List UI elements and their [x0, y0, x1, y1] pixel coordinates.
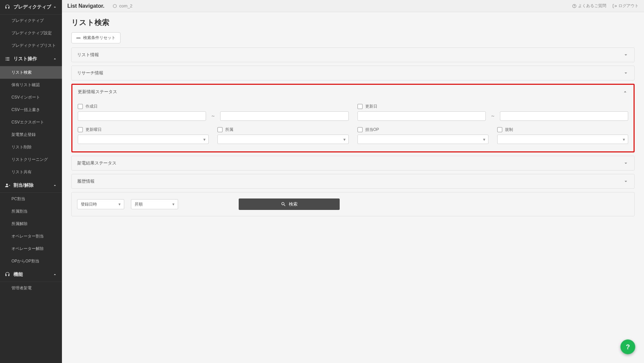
checkbox-updated-date[interactable] [358, 104, 363, 109]
minus-icon [76, 38, 80, 38]
project-selector[interactable]: com_2 [112, 3, 132, 8]
label-assigned-op: 担当OP [365, 127, 379, 133]
chevron-down-icon [623, 70, 629, 76]
input-updated-date-to[interactable] [500, 111, 628, 121]
nav-section-assign[interactable]: 割当/解除 [0, 178, 62, 193]
accordion-list-info: リスト情報 [71, 47, 635, 62]
label-regulation: 規制 [505, 127, 513, 133]
content-area: リスト検索 検索条件リセット リスト情報 リサーチ情報 [62, 12, 644, 363]
topbar: List Navigator. com_2 よくあるご質問 [62, 0, 644, 12]
chevron-down-icon [623, 160, 629, 166]
nav-item-list-cleaning[interactable]: リストクリーニング [0, 153, 62, 166]
nav-item-operator-release[interactable]: オペレーター解除 [0, 243, 62, 255]
accordion-history-info: 履歴情報 [71, 174, 635, 189]
label-affiliation: 所属 [225, 127, 233, 133]
checkbox-regulation[interactable] [497, 127, 502, 132]
cube-icon [112, 4, 117, 8]
help-fab[interactable]: ? [620, 339, 635, 354]
nav-section-label: 割当/解除 [13, 182, 34, 188]
accordion-header-history-info[interactable]: 履歴情報 [72, 174, 634, 188]
label-update-weekday: 更新曜日 [86, 127, 102, 133]
select-update-weekday[interactable]: ▾ [78, 135, 209, 144]
checkbox-update-weekday[interactable] [78, 127, 83, 132]
nav-item-csv-import[interactable]: CSVインポート [0, 91, 62, 104]
help-circle-icon [572, 4, 577, 8]
select-sort-field[interactable]: 登録日時 ▾ [77, 199, 124, 209]
headset-icon [5, 4, 10, 10]
reset-search-button[interactable]: 検索条件リセット [71, 32, 121, 43]
caret-down-icon: ▾ [483, 137, 485, 142]
chevron-up-icon [53, 57, 57, 61]
search-bar: 登録日時 ▾ 昇順 ▾ 検索 [71, 192, 635, 216]
logout-link[interactable]: ログアウト [612, 3, 639, 9]
nav-item-admin-call[interactable]: 管理者架電 [0, 282, 62, 294]
caret-down-icon: ▾ [623, 137, 625, 142]
nav-section-label: リスト操作 [13, 56, 37, 62]
caret-down-icon: ▾ [343, 137, 346, 142]
user-minus-icon [5, 183, 10, 188]
accordion-call-result-status: 架電結果ステータス [71, 156, 635, 171]
headset-icon [5, 272, 10, 277]
nav-item-csv-bulk-overwrite[interactable]: CSV一括上書き [0, 104, 62, 116]
nav-item-call-prohibit-register[interactable]: 架電禁止登録 [0, 129, 62, 141]
select-sort-order[interactable]: 昇順 ▾ [131, 199, 178, 209]
nav-item-affiliation-release[interactable]: 所属解除 [0, 218, 62, 230]
nav-item-predictive-list[interactable]: プレディクティブリスト [0, 39, 62, 52]
nav-item-held-list-confirm[interactable]: 保有リスト確認 [0, 79, 62, 91]
nav-item-csv-export[interactable]: CSVエクスポート [0, 116, 62, 129]
input-created-date-from[interactable] [78, 111, 206, 121]
label-updated-date: 更新日 [365, 104, 377, 109]
chevron-up-icon [53, 5, 57, 9]
nav-item-list-delete[interactable]: リスト削除 [0, 141, 62, 153]
chevron-up-icon [622, 89, 628, 95]
label-created-date: 作成日 [86, 104, 98, 109]
input-created-date-to[interactable] [220, 111, 348, 121]
svg-point-1 [574, 7, 575, 7]
nav-section-label: 機能 [13, 271, 23, 278]
nav-item-op-to-op-assign[interactable]: OPからOP割当 [0, 255, 62, 267]
logout-icon [612, 4, 617, 8]
checkbox-affiliation[interactable] [217, 127, 223, 132]
nav-section-predictive[interactable]: プレディクティブ [0, 0, 62, 14]
sidebar: プレディクティブ プレディクティブ プレディクティブ設定 プレディクティブリスト… [0, 0, 62, 363]
search-button[interactable]: 検索 [239, 198, 340, 210]
nav-item-predictive-settings[interactable]: プレディクティブ設定 [0, 27, 62, 39]
accordion-update-status: 更新情報ステータス 作成日 [71, 84, 635, 152]
range-separator: ～ [490, 113, 495, 119]
caret-down-icon: ▾ [172, 202, 174, 207]
chevron-down-icon [623, 52, 629, 58]
caret-down-icon: ▾ [203, 137, 206, 142]
chevron-down-icon [623, 178, 629, 184]
faq-link[interactable]: よくあるご質問 [572, 3, 606, 9]
search-icon [281, 202, 286, 207]
nav-section-list-ops[interactable]: リスト操作 [0, 52, 62, 66]
caret-down-icon: ▾ [118, 202, 121, 207]
accordion-header-research-info[interactable]: リサーチ情報 [72, 66, 634, 80]
chevron-up-icon [53, 272, 57, 277]
select-regulation[interactable]: ▾ [497, 135, 628, 144]
chevron-up-icon [53, 183, 57, 188]
list-icon [5, 56, 10, 62]
page-title: リスト検索 [71, 17, 635, 28]
accordion-research-info: リサーチ情報 [71, 66, 635, 80]
accordion-header-call-result-status[interactable]: 架電結果ステータス [72, 156, 634, 170]
input-updated-date-from[interactable] [358, 111, 486, 121]
select-affiliation[interactable]: ▾ [217, 135, 348, 144]
select-assigned-op[interactable]: ▾ [358, 135, 488, 144]
checkbox-assigned-op[interactable] [358, 127, 363, 132]
question-icon: ? [626, 343, 630, 351]
nav-section-label: プレディクティブ [13, 4, 51, 10]
nav-item-list-share[interactable]: リスト共有 [0, 166, 62, 178]
accordion-header-list-info[interactable]: リスト情報 [72, 48, 634, 62]
nav-item-operator-assign[interactable]: オペレーター割当 [0, 230, 62, 243]
nav-item-affiliation-assign[interactable]: 所属割当 [0, 205, 62, 218]
nav-item-pc-assign[interactable]: PC割当 [0, 193, 62, 205]
nav-section-function[interactable]: 機能 [0, 267, 62, 282]
brand-logo: List Navigator. [67, 3, 104, 9]
accordion-header-update-status[interactable]: 更新情報ステータス [72, 85, 634, 99]
nav-item-predictive[interactable]: プレディクティブ [0, 14, 62, 27]
nav-item-list-search[interactable]: リスト検索 [0, 66, 62, 79]
checkbox-created-date[interactable] [78, 104, 83, 109]
range-separator: ～ [211, 113, 215, 119]
